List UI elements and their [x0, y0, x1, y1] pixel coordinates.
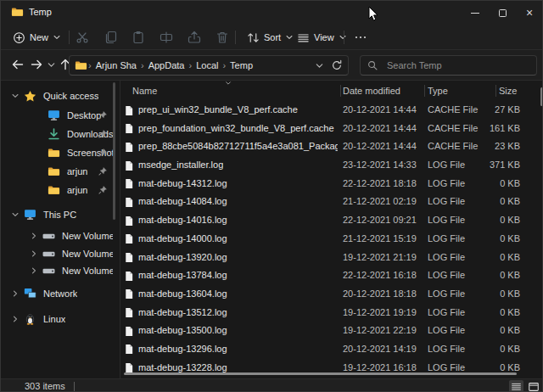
- column-header-date-modified[interactable]: Date modified: [343, 86, 400, 96]
- file-icon: [125, 160, 133, 171]
- file-icon: [125, 288, 133, 300]
- sidebar-scrollbar[interactable]: [113, 82, 115, 220]
- sidebar-item-volume-d[interactable]: New Volume (D:): [1, 245, 113, 262]
- details-view-toggle[interactable]: [509, 380, 523, 392]
- column-divider[interactable]: [495, 85, 496, 97]
- file-list: Name Date modified Type Size prep_ui_win…: [122, 81, 543, 378]
- file-icon: [125, 197, 133, 208]
- sidebar-item-linux[interactable]: Linux: [1, 311, 113, 328]
- sort-arrows-icon: [247, 31, 260, 44]
- folder-icon: [75, 60, 87, 70]
- chevron-down-icon: [53, 33, 61, 42]
- minimize-icon: [471, 13, 479, 14]
- minimize-button[interactable]: [462, 1, 489, 25]
- sidebar-item-arjun-1[interactable]: arjun: [1, 163, 113, 180]
- this-pc-icon: [24, 209, 36, 221]
- sidebar-item-volume-c[interactable]: New Volume (C:): [1, 227, 113, 244]
- column-header-name[interactable]: Name: [132, 86, 157, 96]
- item-count: 303 items: [25, 381, 65, 391]
- sidebar-item-quick-access[interactable]: Quick access: [1, 87, 113, 104]
- search-input[interactable]: [385, 59, 512, 71]
- share-icon[interactable]: [188, 31, 201, 44]
- table-row[interactable]: mat-debug-14016.log 22-12-2021 09:21 LOG…: [122, 211, 543, 230]
- chevron-right-icon: [30, 249, 38, 258]
- table-row[interactable]: prep_ui_win32_bundle_V8_perf.cache 20-12…: [122, 101, 543, 120]
- table-row[interactable]: mat-debug-14312.log 22-12-2021 18:18 LOG…: [122, 175, 543, 193]
- forward-icon[interactable]: [30, 58, 43, 71]
- main-area: Quick access Desktop Downloads Screensho…: [1, 81, 543, 378]
- table-row[interactable]: mat-debug-13604.log 20-12-2021 18:18 LOG…: [122, 285, 543, 304]
- sidebar-item-screenshots[interactable]: Screenshots: [1, 144, 113, 161]
- chevron-down-icon: [11, 210, 20, 219]
- horizontal-scrollbar[interactable]: [124, 372, 517, 375]
- see-more-button[interactable]: [349, 27, 372, 48]
- chevron-right-icon: [11, 315, 20, 323]
- table-row[interactable]: mat-debug-13512.log 19-12-2021 19:19 LOG…: [122, 304, 543, 322]
- pin-icon: [98, 185, 108, 194]
- column-header-type[interactable]: Type: [428, 86, 448, 96]
- search-box[interactable]: [360, 55, 537, 76]
- breadcrumb[interactable]: › Arjun Sha › AppData › Local › Temp: [69, 55, 349, 76]
- file-icon: [125, 344, 133, 355]
- cut-icon[interactable]: [76, 31, 89, 44]
- drive-icon: [42, 248, 55, 260]
- table-row[interactable]: mat-debug-13296.log 20-12-2021 14:19 LOG…: [122, 340, 543, 359]
- table-row[interactable]: mat-debug-13784.log 22-12-2021 16:18 LOG…: [122, 266, 543, 285]
- chevron-right-icon: [11, 289, 20, 298]
- maximize-button[interactable]: [489, 1, 516, 25]
- table-row[interactable]: mat-debug-14084.log 21-12-2021 02:19 LOG…: [122, 193, 543, 211]
- address-bar: › Arjun Sha › AppData › Local › Temp: [1, 50, 542, 81]
- pin-icon: [98, 110, 108, 120]
- breadcrumb-segment[interactable]: Temp: [227, 60, 256, 70]
- status-divider: [74, 382, 75, 391]
- chevron-down-icon: [339, 33, 347, 42]
- copy-icon[interactable]: [104, 31, 117, 44]
- breadcrumb-segment[interactable]: Arjun Sha: [92, 60, 140, 70]
- sidebar-item-desktop[interactable]: Desktop: [1, 107, 113, 124]
- table-row[interactable]: msedge_installer.log 23-12-2021 14:33 LO…: [122, 156, 543, 175]
- file-icon: [125, 233, 133, 244]
- address-dropdown-icon[interactable]: [315, 61, 324, 70]
- file-icon: [125, 142, 133, 153]
- pin-icon: [98, 166, 108, 176]
- file-rows: prep_ui_win32_bundle_V8_perf.cache 20-12…: [122, 101, 543, 377]
- sidebar-item-network[interactable]: Network: [1, 285, 113, 302]
- column-divider[interactable]: [340, 85, 341, 97]
- thumbnails-view-icon: [528, 381, 540, 392]
- sort-button[interactable]: Sort: [242, 27, 299, 48]
- sidebar-item-downloads[interactable]: Downloads: [1, 126, 113, 143]
- vertical-scrollbar[interactable]: [540, 87, 543, 106]
- table-row[interactable]: prep_88cbe5084b82712711f5a4e3a081_Packag…: [122, 137, 543, 156]
- delete-icon[interactable]: [216, 31, 229, 44]
- rename-icon[interactable]: [160, 31, 173, 44]
- sidebar-item-this-pc[interactable]: This PC: [1, 206, 113, 223]
- recent-locations-icon[interactable]: [47, 60, 56, 70]
- pane-divider[interactable]: [120, 81, 120, 378]
- table-row[interactable]: prep_foundation_win32_bundle_V8_perf.cac…: [122, 120, 543, 138]
- table-row[interactable]: mat-debug-13920.log 19-12-2021 21:19 LOG…: [122, 249, 543, 267]
- file-icon: [125, 123, 133, 134]
- drive-icon: [42, 265, 55, 277]
- table-row[interactable]: mat-debug-14000.log 21-12-2021 15:19 LOG…: [122, 230, 543, 249]
- back-icon[interactable]: [11, 58, 25, 71]
- sidebar-item-volume-f[interactable]: New Volume (F:): [1, 262, 113, 279]
- breadcrumb-segment[interactable]: Local: [193, 60, 221, 70]
- column-header-size[interactable]: Size: [499, 86, 517, 96]
- paste-icon[interactable]: [132, 31, 145, 44]
- file-icon: [125, 271, 133, 282]
- new-button[interactable]: New: [8, 27, 66, 48]
- search-icon: [367, 60, 378, 71]
- column-divider[interactable]: [424, 85, 425, 97]
- close-button[interactable]: ×: [516, 1, 543, 25]
- thumbnails-view-toggle[interactable]: [526, 380, 540, 392]
- file-icon: [125, 216, 133, 227]
- file-explorer-window: Temp × New Sort View: [0, 0, 543, 392]
- sidebar-item-arjun-2[interactable]: arjun: [1, 182, 113, 199]
- view-lines-icon: [297, 31, 310, 44]
- titlebar[interactable]: Temp ×: [1, 1, 542, 25]
- breadcrumb-segment[interactable]: AppData: [145, 60, 188, 70]
- pin-icon: [98, 148, 108, 157]
- refresh-icon[interactable]: [331, 59, 343, 71]
- table-row[interactable]: mat-debug-13500.log 19-12-2021 22:19 LOG…: [122, 322, 543, 340]
- folder-icon: [11, 7, 24, 17]
